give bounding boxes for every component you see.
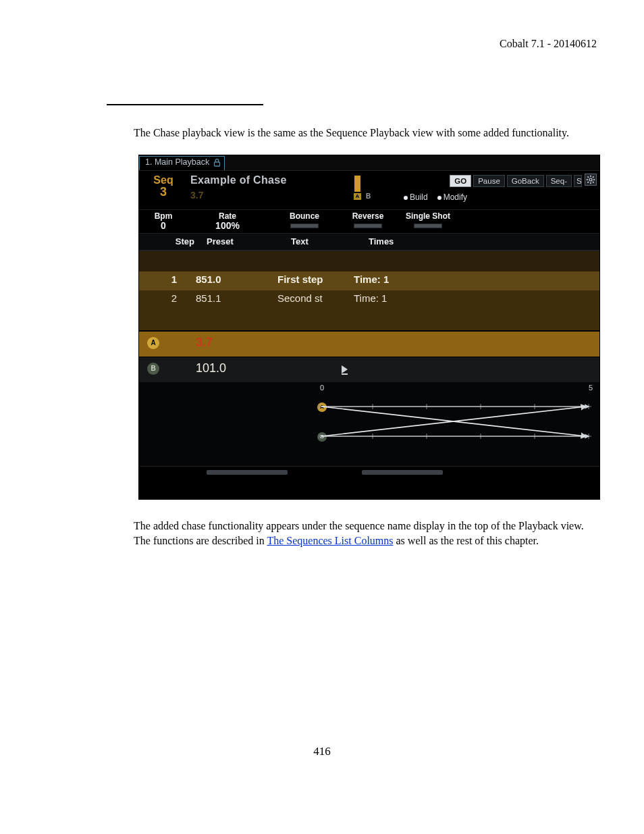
col-preset: Preset (207, 236, 234, 246)
sequences-list-columns-link[interactable]: The Sequences List Columns (267, 535, 393, 546)
svg-line-7 (593, 182, 594, 183)
clipped-button[interactable]: S (574, 175, 582, 187)
rate-label: Rate (204, 211, 251, 221)
gear-icon (586, 175, 595, 184)
section-divider (107, 104, 263, 105)
svg-line-6 (587, 176, 589, 178)
svg-point-1 (589, 178, 592, 181)
step-number: 2 (161, 292, 177, 304)
bpm-value: 0 (147, 220, 180, 231)
go-button[interactable]: GO (450, 175, 471, 187)
a-value: 3.7 (196, 336, 213, 350)
window-tab[interactable]: 1. Main Playback (139, 156, 225, 171)
play-icon (342, 365, 348, 373)
playback-screenshot: 1. Main Playback Seq 3 Example of Chase … (138, 155, 600, 500)
reverse-toggle[interactable]: Reverse (344, 211, 392, 228)
b-value: 101.0 (196, 361, 226, 375)
step-text: Second st (277, 292, 323, 304)
scale-right: 5 (589, 384, 593, 392)
bounce-slider (290, 224, 319, 228)
step-number: 1 (161, 273, 177, 285)
rate-value: 100% (204, 220, 251, 231)
svg-rect-0 (215, 162, 220, 166)
bounce-label: Bounce (281, 211, 328, 221)
build-radio[interactable]: Build (404, 192, 428, 202)
title-bar: 1. Main Playback (139, 155, 599, 170)
seq-sub: 3.7 (190, 190, 203, 201)
scroll-thumb[interactable] (207, 470, 288, 475)
seq-label-block: Seq 3 (146, 174, 181, 199)
build-label: Build (410, 192, 428, 202)
bpm-param[interactable]: Bpm 0 (147, 211, 180, 231)
a-level-bar (354, 176, 360, 192)
scale-left: 0 (320, 384, 324, 392)
step-preset: 851.0 (196, 273, 221, 285)
b-field-row[interactable]: B 101.0 (139, 357, 599, 382)
step-preset: 851.1 (196, 292, 221, 304)
svg-line-9 (587, 182, 589, 183)
reverse-label: Reverse (344, 211, 392, 221)
seq-button[interactable]: Seq- (546, 175, 572, 187)
single-shot-toggle[interactable]: Single Shot (401, 211, 455, 228)
bottom-scrollbar[interactable] (139, 466, 599, 478)
doc-header-right: Cobalt 7.1 - 20140612 (500, 38, 597, 50)
step-row[interactable]: 1 851.0 First step Time: 1 (139, 271, 599, 290)
intro-paragraph: The Chase playback view is the same as t… (134, 126, 601, 140)
crossfade-area: 0 5 A B (139, 382, 599, 466)
pause-button[interactable]: Pause (473, 175, 505, 187)
body-after: as well as the rest of this chapter. (394, 535, 539, 546)
scroll-thumb[interactable] (362, 470, 443, 475)
sequence-header-row: Seq 3 Example of Chase 3.7 A B (139, 170, 599, 209)
body-paragraph: The added chase functionality appears un… (134, 519, 601, 549)
a-pill: A (147, 337, 159, 349)
goback-button[interactable]: GoBack (507, 175, 544, 187)
steps-area: 1 851.0 First step Time: 1 2 851.1 Secon… (139, 251, 599, 331)
col-times: Times (369, 236, 394, 246)
action-button-row: GO Pause GoBack Seq- S (450, 175, 582, 187)
a-chip-label: A (354, 193, 361, 200)
page-number: 416 (0, 745, 644, 758)
single-shot-slider (414, 224, 442, 228)
bounce-toggle[interactable]: Bounce (281, 211, 328, 228)
b-chip-label: B (366, 192, 371, 200)
settings-button[interactable] (585, 174, 597, 186)
params-row: Bpm 0 Rate 100% Bounce Reverse Single Sh… (139, 209, 599, 234)
step-row[interactable]: 2 851.1 Second st Time: 1 (139, 290, 599, 309)
mode-radio-row: Build Modify (404, 192, 467, 202)
col-step: Step (161, 236, 194, 246)
seq-number: 3 (146, 185, 181, 199)
bpm-label: Bpm (147, 211, 180, 221)
steps-column-header: Step Preset Text Times (139, 234, 599, 251)
seq-name: Example of Chase (190, 174, 287, 186)
a-field-row[interactable]: A 3.7 (139, 331, 599, 357)
window-tab-label: 1. Main Playback (145, 157, 209, 167)
step-times: Time: 1 (354, 273, 389, 285)
single-shot-label: Single Shot (401, 211, 455, 221)
modify-label: Modify (444, 192, 467, 202)
crossfade-graph (319, 394, 591, 451)
ab-field-section: A 3.7 B 101.0 (139, 331, 599, 382)
svg-line-8 (593, 176, 594, 178)
ab-indicator: A B (354, 174, 381, 200)
reverse-slider (354, 224, 382, 228)
col-text: Text (291, 236, 308, 246)
b-pill: B (147, 363, 159, 375)
lock-icon (213, 158, 221, 167)
rate-param[interactable]: Rate 100% (204, 211, 251, 231)
modify-radio[interactable]: Modify (437, 192, 467, 202)
step-times: Time: 1 (354, 292, 387, 304)
step-text: First step (277, 273, 323, 285)
